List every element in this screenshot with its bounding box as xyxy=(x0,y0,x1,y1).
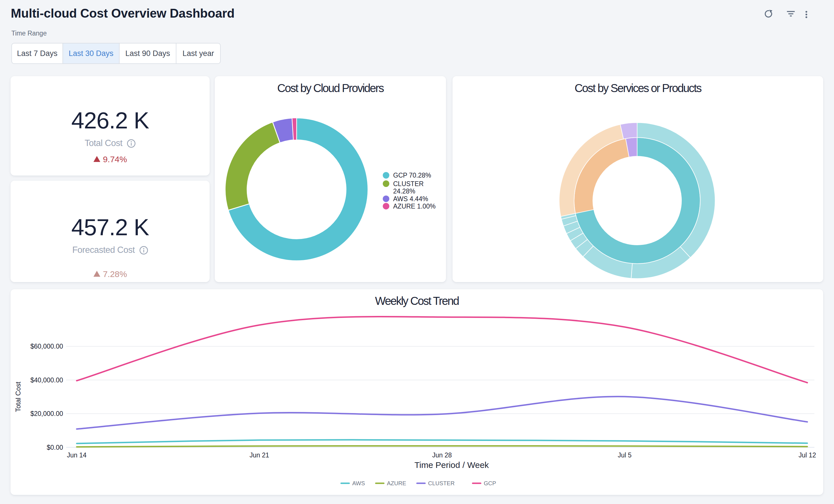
svg-text:AWS 4.44%: AWS 4.44% xyxy=(393,195,428,202)
svg-text:AZURE 1.00%: AZURE 1.00% xyxy=(393,202,436,210)
svg-text:CLUSTER: CLUSTER xyxy=(428,480,455,486)
svg-text:Jun 28: Jun 28 xyxy=(432,452,452,459)
svg-text:Time Period / Week: Time Period / Week xyxy=(414,460,489,469)
svg-text:AZURE: AZURE xyxy=(387,480,406,486)
svg-text:$20,000.00: $20,000.00 xyxy=(30,410,63,417)
svg-text:CLUSTER: CLUSTER xyxy=(393,180,423,188)
svg-text:Jul 12: Jul 12 xyxy=(798,452,816,459)
svg-text:Jul 5: Jul 5 xyxy=(618,452,632,459)
svg-text:GCP: GCP xyxy=(484,480,496,486)
svg-text:$0.00: $0.00 xyxy=(47,444,63,451)
svg-text:Total Cost: Total Cost xyxy=(14,381,22,412)
svg-text:AWS: AWS xyxy=(352,480,365,486)
svg-text:GCP 70.28%: GCP 70.28% xyxy=(393,172,431,179)
svg-text:Jun 21: Jun 21 xyxy=(249,452,269,459)
svg-text:$40,000.00: $40,000.00 xyxy=(30,376,63,384)
svg-text:Jun 14: Jun 14 xyxy=(67,452,86,459)
svg-text:$60,000.00: $60,000.00 xyxy=(30,343,63,350)
svg-text:24.28%: 24.28% xyxy=(393,188,415,195)
